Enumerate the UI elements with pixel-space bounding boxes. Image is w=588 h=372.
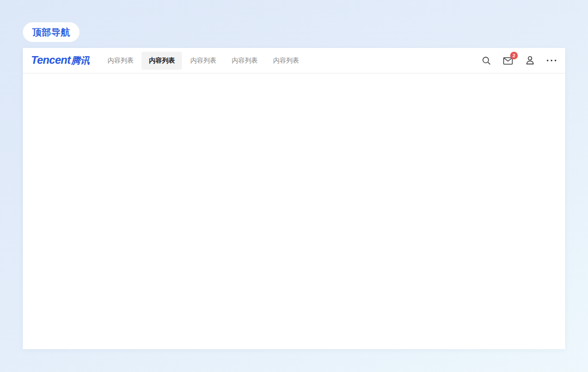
demo-card: Tencent 腾讯 内容列表 内容列表 内容列表 内容列表 内容列表 — [23, 48, 565, 349]
content-area — [23, 74, 565, 349]
section-label-pill: 顶部导航 — [23, 22, 79, 42]
user-icon[interactable] — [525, 56, 535, 65]
more-icon[interactable] — [547, 56, 556, 65]
top-navbar: Tencent 腾讯 内容列表 内容列表 内容列表 内容列表 内容列表 — [23, 48, 565, 74]
nav-item-1[interactable]: 内容列表 — [100, 52, 140, 70]
nav-menu: 内容列表 内容列表 内容列表 内容列表 内容列表 — [100, 52, 306, 70]
nav-item-3[interactable]: 内容列表 — [183, 52, 223, 70]
nav-item-4[interactable]: 内容列表 — [224, 52, 265, 70]
mail-icon[interactable]: 2 — [503, 56, 513, 65]
logo-text-zh: 腾讯 — [71, 54, 89, 67]
logo-text-en: Tencent — [31, 54, 70, 66]
nav-item-2-active[interactable]: 内容列表 — [142, 52, 182, 70]
nav-item-5[interactable]: 内容列表 — [266, 52, 306, 70]
section-label: 顶部导航 — [32, 26, 70, 39]
search-icon[interactable] — [481, 56, 491, 65]
tencent-logo[interactable]: Tencent 腾讯 — [31, 54, 89, 67]
navbar-actions: 2 — [481, 56, 556, 65]
mail-unread-badge: 2 — [510, 52, 518, 59]
